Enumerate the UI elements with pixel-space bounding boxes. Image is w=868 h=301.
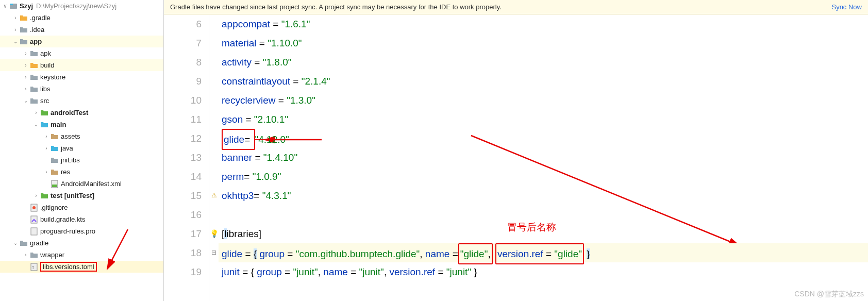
chevron-right-icon[interactable]: › xyxy=(23,51,29,56)
code-line[interactable] xyxy=(219,205,868,224)
banner-text: Gradle files have changed since last pro… xyxy=(170,3,831,11)
tree-item--gradle[interactable]: ›.gradle xyxy=(0,12,163,24)
tree-root-label: Szyj xyxy=(20,2,33,10)
code-line[interactable]: material = "1.10.0" xyxy=(219,34,868,53)
tree-item-src[interactable]: ⌄src xyxy=(0,95,163,107)
svg-rect-3 xyxy=(52,185,57,187)
code-line[interactable]: banner = "1.4.10" xyxy=(219,148,868,167)
gutter-mark xyxy=(209,205,219,224)
folder-orange-icon xyxy=(20,14,28,22)
tree-item-main[interactable]: ⌄main xyxy=(0,119,163,130)
chevron-right-icon[interactable]: › xyxy=(23,62,29,68)
chevron-right-icon[interactable]: › xyxy=(43,133,49,139)
line-number: 8 xyxy=(164,53,202,72)
tree-item-androidtest[interactable]: ›androidTest xyxy=(0,107,163,119)
tree-item-label: build xyxy=(40,61,54,69)
tree-item-apk[interactable]: ›apk xyxy=(0,47,163,59)
tree-item-build[interactable]: ›build xyxy=(0,59,163,71)
tree-item-label: jniLibs xyxy=(61,156,80,164)
tree-item-label: src xyxy=(40,97,49,105)
chevron-right-icon[interactable]: › xyxy=(33,193,39,198)
tree-item-keystore[interactable]: ›keystore xyxy=(0,71,163,83)
tree-item--idea[interactable]: ›.idea xyxy=(0,24,163,36)
tree-item-gradle[interactable]: ⌄gradle xyxy=(0,237,163,249)
chevron-right-icon[interactable]: › xyxy=(43,145,49,151)
line-gutter: 678910111213141516171819 xyxy=(164,14,209,301)
line-number: 12 xyxy=(164,129,202,148)
chevron-right-icon[interactable]: › xyxy=(23,74,29,80)
tree-root[interactable]: v Szyj D:\MyProject\szyj\new\Szyj xyxy=(0,0,163,12)
chevron-down-icon[interactable]: ⌄ xyxy=(12,39,19,44)
code-line[interactable]: gson = "2.10.1" xyxy=(219,110,868,129)
chevron-right-icon[interactable]: › xyxy=(23,86,29,92)
chevron-down-icon[interactable]: ⌄ xyxy=(33,122,39,127)
line-number: 13 xyxy=(164,148,202,167)
tree-item-assets[interactable]: ›assets xyxy=(0,130,163,142)
line-number: 9 xyxy=(164,72,202,91)
gutter-mark xyxy=(209,14,219,34)
tree-item--gitignore[interactable]: .gitignore xyxy=(0,202,163,213)
code-line[interactable]: ⊟glide = { group = "com.github.bumptech.… xyxy=(219,243,868,262)
tree-item-label: apk xyxy=(40,49,51,57)
tree-item-java[interactable]: ›java xyxy=(0,142,163,154)
project-tree[interactable]: v Szyj D:\MyProject\szyj\new\Szyj ›.grad… xyxy=(0,0,164,301)
code-line[interactable]: recyclerview = "1.3.0" xyxy=(219,91,868,110)
tree-item-jnilibs[interactable]: jniLibs xyxy=(0,154,163,166)
code-line[interactable]: perm= "1.0.9" xyxy=(219,167,868,186)
sync-now-link[interactable]: Sync Now xyxy=(831,3,862,11)
tree-item-app[interactable]: ⌄app xyxy=(0,36,163,47)
tree-item-libs[interactable]: ›libs xyxy=(0,83,163,95)
tree-item-libs-versions-toml[interactable]: Tlibs.versions.toml xyxy=(0,261,163,273)
line-number: 6 xyxy=(164,14,202,34)
folder-res-icon xyxy=(51,168,59,176)
folder-res-icon xyxy=(51,132,59,141)
tree-item-test--unittest-[interactable]: ›test [unitTest] xyxy=(0,190,163,202)
tree-item-label: main xyxy=(51,121,66,128)
gutter-mark xyxy=(209,34,219,53)
folder-grey-icon xyxy=(30,49,38,58)
file-icon xyxy=(30,227,38,236)
chevron-right-icon[interactable]: › xyxy=(33,110,39,115)
line-number: 15 xyxy=(164,186,202,205)
folder-grey-icon xyxy=(30,251,38,259)
svg-text:T: T xyxy=(32,266,35,270)
chevron-right-icon[interactable]: › xyxy=(12,15,19,21)
tree-item-label: assets xyxy=(61,132,80,140)
tree-item-label: AndroidManifest.xml xyxy=(61,180,122,188)
code-line[interactable]: glide= "4.12.0" xyxy=(219,129,868,148)
code-editor[interactable]: 678910111213141516171819 ⚠💡 冒号后名称 appcom… xyxy=(164,14,868,301)
code-area[interactable]: 冒号后名称 appcompat = "1.6.1"material = "1.1… xyxy=(219,14,868,301)
folder-orange-icon xyxy=(30,61,38,70)
code-line[interactable]: [libraries] xyxy=(219,224,868,243)
chevron-right-icon[interactable]: › xyxy=(23,252,29,258)
svg-point-5 xyxy=(32,206,36,209)
chevron-down-icon[interactable]: ⌄ xyxy=(12,240,19,246)
folder-grey-icon xyxy=(51,156,59,164)
tree-item-wrapper[interactable]: ›wrapper xyxy=(0,249,163,261)
chevron-right-icon[interactable]: › xyxy=(43,169,49,175)
code-line[interactable]: constraintlayout = "2.1.4" xyxy=(219,72,868,91)
code-line[interactable]: activity = "1.8.0" xyxy=(219,53,868,72)
tree-item-label: java xyxy=(61,144,73,152)
tree-item-label: libs.versions.toml xyxy=(40,262,97,272)
chevron-down-icon[interactable]: ⌄ xyxy=(23,98,29,104)
gutter-mark xyxy=(209,53,219,72)
tree-item-res[interactable]: ›res xyxy=(0,166,163,178)
code-line[interactable]: okhttp3= "4.3.1" xyxy=(219,186,868,205)
folder-grey-icon xyxy=(30,85,38,93)
svg-rect-1 xyxy=(10,4,13,5)
folder-green-icon xyxy=(40,109,48,117)
tree-item-build-gradle-kts[interactable]: build.gradle.kts xyxy=(0,213,163,225)
tree-item-label: gradle xyxy=(30,239,48,247)
chevron-right-icon[interactable]: › xyxy=(12,27,19,32)
code-line[interactable]: appcompat = "1.6.1" xyxy=(219,14,868,34)
tree-item-label: test [unitTest] xyxy=(51,192,94,199)
tree-item-proguard-rules-pro[interactable]: proguard-rules.pro xyxy=(0,225,163,237)
code-line[interactable]: junit = { group = "junit", name = "junit… xyxy=(219,262,868,281)
tree-item-androidmanifest-xml[interactable]: AndroidManifest.xml xyxy=(0,178,163,190)
tree-item-label: libs xyxy=(40,85,51,93)
chevron-down-icon[interactable]: v xyxy=(2,3,8,9)
folder-blue-icon xyxy=(40,121,48,129)
line-number: 11 xyxy=(164,110,202,129)
tree-item-label: keystore xyxy=(40,73,65,81)
